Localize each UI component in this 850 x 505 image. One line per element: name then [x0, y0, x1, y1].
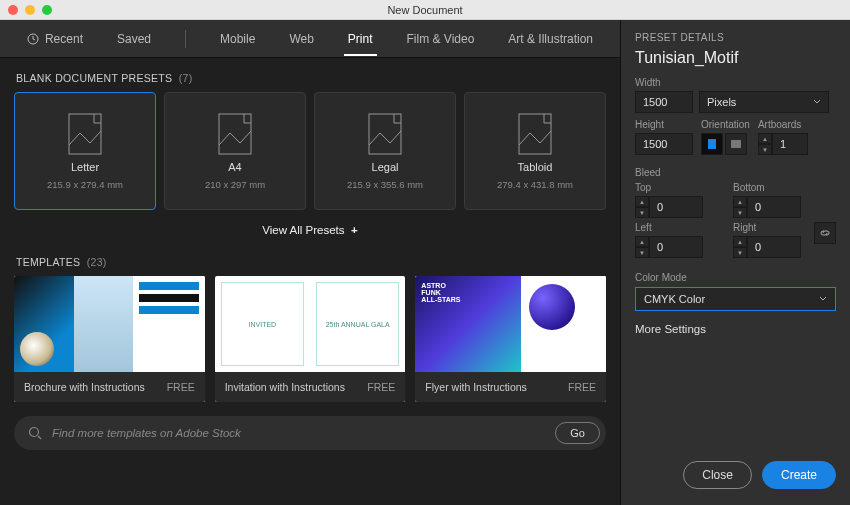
tab-separator	[185, 30, 186, 48]
width-input[interactable]: 1500	[635, 91, 693, 113]
tab-web[interactable]: Web	[285, 22, 317, 56]
templates-heading-text: TEMPLATES	[16, 256, 80, 268]
eagle-graphic	[20, 332, 54, 366]
tab-artillus[interactable]: Art & Illustration	[504, 22, 597, 56]
close-window-icon[interactable]	[8, 5, 18, 15]
minimize-window-icon[interactable]	[25, 5, 35, 15]
page-icon	[368, 113, 402, 155]
tab-recent[interactable]: Recent	[23, 22, 87, 56]
template-name: Brochure with Instructions	[24, 381, 145, 393]
tab-web-label: Web	[289, 32, 313, 46]
colormode-select[interactable]: CMYK Color	[635, 287, 836, 311]
svg-rect-2	[219, 114, 251, 154]
document-name[interactable]: Tunisian_Motif	[635, 43, 836, 77]
template-thumb	[14, 276, 205, 372]
go-button[interactable]: Go	[555, 422, 600, 444]
app-body: Recent Saved Mobile Web Print Film & Vid…	[0, 20, 850, 505]
bottom-label: Bottom	[733, 182, 801, 193]
bleed-left-input[interactable]: 0	[649, 236, 703, 258]
preset-details-heading: PRESET DETAILS	[635, 32, 836, 43]
template-meta: Flyer with Instructions FREE	[415, 372, 606, 402]
templates-heading: TEMPLATES (23)	[0, 242, 620, 276]
tab-saved[interactable]: Saved	[113, 22, 155, 56]
titlebar: New Document	[0, 0, 850, 20]
zoom-window-icon[interactable]	[42, 5, 52, 15]
tab-filmvideo[interactable]: Film & Video	[403, 22, 479, 56]
preset-dim: 210 x 297 mm	[205, 179, 265, 190]
astro-text: ASTRO FUNK ALL-STARS	[415, 276, 521, 372]
template-price: FREE	[167, 381, 195, 393]
tab-mobile-label: Mobile	[220, 32, 255, 46]
template-invitation[interactable]: INVITED 25th ANNUAL GALA Invitation with…	[215, 276, 406, 402]
window-title: New Document	[387, 4, 462, 16]
template-flyer[interactable]: ASTRO FUNK ALL-STARS Flyer with Instruct…	[415, 276, 606, 402]
preset-dim: 215.9 x 355.6 mm	[347, 179, 423, 190]
presets-count: (7)	[179, 72, 193, 84]
bleed-right-input[interactable]: 0	[747, 236, 801, 258]
preset-tabloid[interactable]: Tabloid 279.4 x 431.8 mm	[464, 92, 606, 210]
preset-list: Letter 215.9 x 279.4 mm A4 210 x 297 mm …	[0, 92, 620, 210]
artboards-input[interactable]: 1	[772, 133, 808, 155]
orientation-landscape-button[interactable]	[725, 133, 747, 155]
svg-line-6	[38, 436, 41, 439]
page-icon	[518, 113, 552, 155]
tab-recent-label: Recent	[45, 32, 83, 46]
search-placeholder: Find more templates on Adobe Stock	[52, 427, 545, 439]
svg-rect-3	[369, 114, 401, 154]
template-meta: Brochure with Instructions FREE	[14, 372, 205, 402]
preset-name: Letter	[71, 161, 99, 173]
preset-dim: 279.4 x 431.8 mm	[497, 179, 573, 190]
preset-name: A4	[228, 161, 241, 173]
preset-a4[interactable]: A4 210 x 297 mm	[164, 92, 306, 210]
svg-rect-7	[708, 139, 716, 149]
template-meta: Invitation with Instructions FREE	[215, 372, 406, 402]
units-select[interactable]: Pixels	[699, 91, 829, 113]
bleed-bottom-input[interactable]: 0	[747, 196, 801, 218]
link-icon	[819, 227, 831, 239]
templates-count: (23)	[87, 256, 107, 268]
landscape-icon	[730, 139, 742, 149]
chevron-down-icon	[819, 295, 827, 303]
preset-dim: 215.9 x 279.4 mm	[47, 179, 123, 190]
preset-letter[interactable]: Letter 215.9 x 279.4 mm	[14, 92, 156, 210]
portrait-icon	[707, 138, 717, 150]
template-price: FREE	[568, 381, 596, 393]
template-name: Flyer with Instructions	[425, 381, 527, 393]
preset-name: Legal	[372, 161, 399, 173]
more-settings-button[interactable]: More Settings	[635, 311, 836, 335]
left-panel: Recent Saved Mobile Web Print Film & Vid…	[0, 20, 620, 505]
gala-card: 25th ANNUAL GALA	[316, 282, 399, 366]
link-bleed-button[interactable]	[814, 222, 836, 244]
right-label: Right	[733, 222, 801, 233]
chevron-down-icon	[813, 98, 821, 106]
view-all-presets-button[interactable]: View All Presets +	[0, 210, 620, 242]
template-thumb: ASTRO FUNK ALL-STARS	[415, 276, 606, 372]
close-button[interactable]: Close	[683, 461, 752, 489]
presets-heading-text: BLANK DOCUMENT PRESETS	[16, 72, 172, 84]
left-stepper[interactable]: ▲▼	[635, 236, 649, 258]
preset-legal[interactable]: Legal 215.9 x 355.6 mm	[314, 92, 456, 210]
top-stepper[interactable]: ▲▼	[635, 196, 649, 218]
preset-name: Tabloid	[518, 161, 553, 173]
height-input[interactable]: 1500	[635, 133, 693, 155]
stock-search-bar[interactable]: Find more templates on Adobe Stock Go	[14, 416, 606, 450]
tab-mobile[interactable]: Mobile	[216, 22, 259, 56]
right-stepper[interactable]: ▲▼	[733, 236, 747, 258]
bottom-stepper[interactable]: ▲▼	[733, 196, 747, 218]
template-list: Brochure with Instructions FREE INVITED …	[0, 276, 620, 402]
orientation-portrait-button[interactable]	[701, 133, 723, 155]
artboards-stepper[interactable]: ▲▼	[758, 133, 772, 155]
bleed-top-input[interactable]: 0	[649, 196, 703, 218]
planet-graphic	[529, 284, 575, 330]
tab-print[interactable]: Print	[344, 22, 377, 56]
template-brochure[interactable]: Brochure with Instructions FREE	[14, 276, 205, 402]
template-name: Invitation with Instructions	[225, 381, 345, 393]
plus-icon: +	[351, 224, 358, 236]
invited-card: INVITED	[221, 282, 304, 366]
colormode-label: Color Mode	[635, 272, 836, 283]
bleed-label: Bleed	[635, 167, 836, 178]
tab-filmvideo-label: Film & Video	[407, 32, 475, 46]
template-price: FREE	[367, 381, 395, 393]
width-label: Width	[635, 77, 836, 88]
create-button[interactable]: Create	[762, 461, 836, 489]
